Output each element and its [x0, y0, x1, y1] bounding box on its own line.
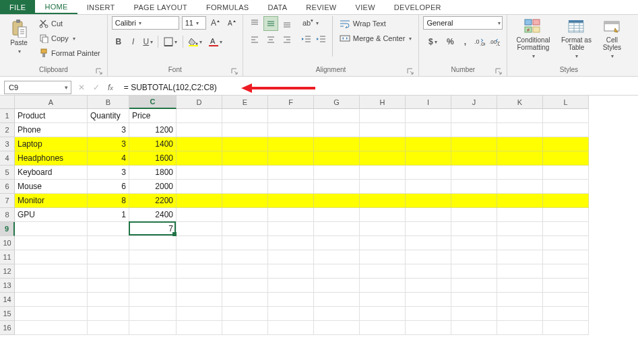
- tab-developer[interactable]: DEVELOPER: [385, 0, 451, 14]
- cell-D5[interactable]: [177, 166, 222, 180]
- cell-C2[interactable]: 1200: [129, 123, 177, 137]
- cell-L10[interactable]: [543, 236, 589, 250]
- tab-review[interactable]: REVIEW: [296, 0, 346, 14]
- bold-button[interactable]: B: [112, 35, 125, 48]
- tab-file[interactable]: FILE: [0, 0, 35, 14]
- cell-E8[interactable]: [222, 208, 268, 222]
- cell-A16[interactable]: [15, 321, 88, 335]
- fx-icon[interactable]: fx: [108, 83, 113, 92]
- cell-L14[interactable]: [543, 293, 589, 307]
- cell-H14[interactable]: [360, 293, 406, 307]
- cell-B3[interactable]: 3: [88, 137, 129, 151]
- cell-L13[interactable]: [543, 279, 589, 293]
- copy-button[interactable]: Copy ▾: [36, 31, 103, 46]
- cell-F6[interactable]: [268, 180, 314, 194]
- cell-K4[interactable]: [497, 151, 543, 166]
- formula-input[interactable]: = SUBTOTAL(102,C2:C8): [120, 81, 638, 94]
- cell-F16[interactable]: [268, 321, 314, 335]
- cell-C9[interactable]: 7: [129, 222, 177, 236]
- cell-G6[interactable]: [314, 180, 360, 194]
- cell-I8[interactable]: [406, 208, 451, 222]
- cell-L1[interactable]: [543, 109, 589, 123]
- font-face-combo[interactable]: Calibri▾: [112, 16, 179, 30]
- grow-font-button[interactable]: A: [209, 16, 222, 30]
- cell-G11[interactable]: [314, 250, 360, 264]
- cell-L2[interactable]: [543, 123, 589, 137]
- underline-button[interactable]: U▾: [141, 35, 155, 48]
- cell-C12[interactable]: [129, 264, 177, 279]
- cell-C16[interactable]: [129, 321, 177, 335]
- row-header-5[interactable]: 5: [0, 166, 15, 180]
- italic-button[interactable]: I: [127, 35, 140, 48]
- select-all-button[interactable]: [0, 96, 15, 109]
- cell-G1[interactable]: [314, 109, 360, 123]
- row-header-14[interactable]: 14: [0, 293, 15, 307]
- cell-grid[interactable]: ProductQuantityPricePhone31200Laptop3140…: [15, 109, 589, 335]
- cell-E12[interactable]: [222, 264, 268, 279]
- cell-C10[interactable]: [129, 236, 177, 250]
- cell-J9[interactable]: [451, 222, 497, 236]
- decrease-decimal-button[interactable]: .00.0: [488, 35, 501, 48]
- cell-E7[interactable]: [222, 194, 268, 208]
- cell-G2[interactable]: [314, 123, 360, 137]
- cell-C15[interactable]: [129, 307, 177, 321]
- cell-L15[interactable]: [543, 307, 589, 321]
- cell-L3[interactable]: [543, 137, 589, 151]
- column-header-I[interactable]: I: [406, 96, 451, 109]
- cell-I6[interactable]: [406, 180, 451, 194]
- cell-G9[interactable]: [314, 222, 360, 236]
- cell-H2[interactable]: [360, 123, 406, 137]
- align-bottom-button[interactable]: [280, 16, 294, 31]
- align-top-button[interactable]: [247, 16, 262, 31]
- cell-B12[interactable]: [88, 264, 129, 279]
- cell-I4[interactable]: [406, 151, 451, 166]
- cell-H1[interactable]: [360, 109, 406, 123]
- cell-G15[interactable]: [314, 307, 360, 321]
- cell-K13[interactable]: [497, 279, 543, 293]
- row-header-12[interactable]: 12: [0, 264, 15, 279]
- column-header-K[interactable]: K: [497, 96, 543, 109]
- cell-K10[interactable]: [497, 236, 543, 250]
- column-header-H[interactable]: H: [360, 96, 406, 109]
- row-header-13[interactable]: 13: [0, 279, 15, 293]
- cell-I11[interactable]: [406, 250, 451, 264]
- cell-K3[interactable]: [497, 137, 543, 151]
- cell-I2[interactable]: [406, 123, 451, 137]
- dialog-launcher-icon[interactable]: [230, 68, 238, 76]
- cell-E13[interactable]: [222, 279, 268, 293]
- cell-F7[interactable]: [268, 194, 314, 208]
- cell-H9[interactable]: [360, 222, 406, 236]
- cell-J12[interactable]: [451, 264, 497, 279]
- cell-B1[interactable]: Quantity: [88, 109, 129, 123]
- cell-J2[interactable]: [451, 123, 497, 137]
- cell-D7[interactable]: [177, 194, 222, 208]
- align-center-button[interactable]: [263, 32, 278, 47]
- cell-A12[interactable]: [15, 264, 88, 279]
- cell-C13[interactable]: [129, 279, 177, 293]
- cell-K12[interactable]: [497, 264, 543, 279]
- row-header-1[interactable]: 1: [0, 109, 15, 123]
- cell-G16[interactable]: [314, 321, 360, 335]
- tab-insert[interactable]: INSERT: [77, 0, 125, 14]
- tab-page-layout[interactable]: PAGE LAYOUT: [125, 0, 197, 14]
- cell-B5[interactable]: 3: [88, 166, 129, 180]
- cell-I13[interactable]: [406, 279, 451, 293]
- cell-B8[interactable]: 1: [88, 208, 129, 222]
- cell-J3[interactable]: [451, 137, 497, 151]
- cell-L7[interactable]: [543, 194, 589, 208]
- font-size-combo[interactable]: 11▾: [182, 16, 206, 30]
- row-header-9[interactable]: 9: [0, 222, 15, 236]
- cell-D6[interactable]: [177, 180, 222, 194]
- column-header-J[interactable]: J: [451, 96, 497, 109]
- align-left-button[interactable]: [247, 32, 262, 47]
- cell-A5[interactable]: Keyboard: [15, 166, 88, 180]
- cell-C4[interactable]: 1600: [129, 151, 177, 166]
- cell-F5[interactable]: [268, 166, 314, 180]
- cell-B13[interactable]: [88, 279, 129, 293]
- cell-B15[interactable]: [88, 307, 129, 321]
- number-format-combo[interactable]: General▾: [423, 16, 503, 30]
- cell-G10[interactable]: [314, 236, 360, 250]
- wrap-text-button[interactable]: Wrap Text: [337, 16, 415, 31]
- cell-K16[interactable]: [497, 321, 543, 335]
- row-header-6[interactable]: 6: [0, 180, 15, 194]
